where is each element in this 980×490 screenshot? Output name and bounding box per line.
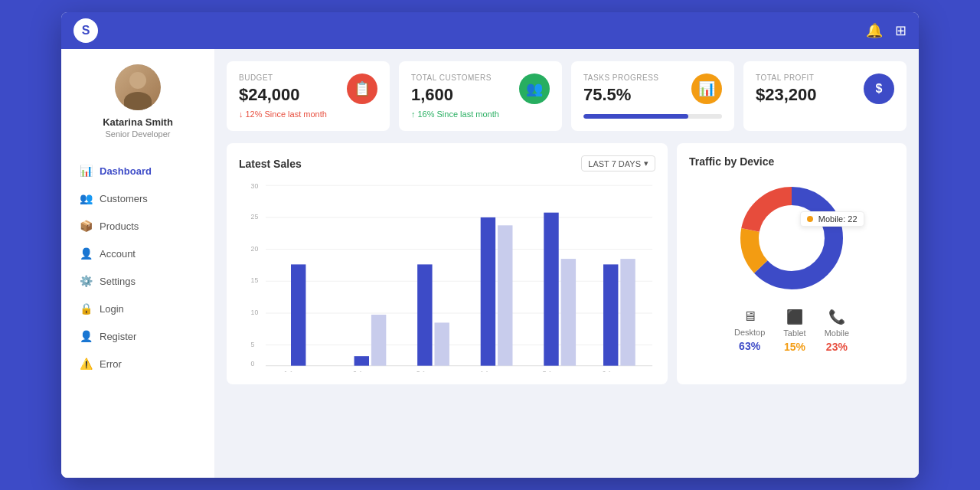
stat-label-tasks: TASKS PROGRESS xyxy=(583,74,659,82)
legend-desktop: 🖥 Desktop 63% xyxy=(734,309,765,353)
stat-icon-tasks: 📊 xyxy=(691,74,722,104)
svg-text:0: 0 xyxy=(251,359,255,367)
customers-icon: 👥 xyxy=(80,192,92,204)
traffic-device-title: Traffic by Device xyxy=(689,155,774,168)
mobile-pct: 23% xyxy=(826,341,848,353)
svg-text:1 Aug: 1 Aug xyxy=(284,370,301,372)
sidebar-item-settings[interactable]: ⚙️ Settings xyxy=(61,267,214,295)
stat-card-tasks: TASKS PROGRESS 75.5% 📊 xyxy=(571,61,734,131)
device-legend: 🖥 Desktop 63% ⬛ Tablet 15% 📞 Mobile xyxy=(689,309,894,353)
tooltip-dot xyxy=(807,216,813,222)
arrow-down-icon: ↓ xyxy=(239,109,243,119)
bar-6aug-light xyxy=(620,259,635,366)
user-profile: Katarina Smith Senior Developer xyxy=(90,64,185,139)
svg-text:25: 25 xyxy=(251,213,259,220)
arrow-up-icon: ↑ xyxy=(411,109,416,119)
latest-sales-header: Latest Sales LAST 7 DAYS ▾ xyxy=(239,155,655,172)
error-icon: ⚠️ xyxy=(80,358,92,370)
svg-text:3 Aug: 3 Aug xyxy=(416,370,433,372)
stat-value-budget: $24,000 xyxy=(239,85,300,105)
tablet-label: Tablet xyxy=(783,328,805,338)
sidebar-item-customers[interactable]: 👥 Customers xyxy=(61,185,214,212)
svg-text:15: 15 xyxy=(251,276,259,284)
stat-value-tasks: 75.5% xyxy=(583,85,659,105)
sidebar-item-error[interactable]: ⚠️ Error xyxy=(61,350,214,377)
notification-icon[interactable]: 🔔 xyxy=(866,22,883,39)
change-value: 12% xyxy=(246,109,263,119)
sidebar-item-label: Customers xyxy=(100,193,148,204)
stat-label-profit: TOTAL PROFIT xyxy=(756,74,817,82)
bar-2aug-dark xyxy=(354,356,369,366)
main-content: BUDGET $24,000 📋 ↓ 12% Since last month xyxy=(214,49,919,478)
stat-card-profit: TOTAL PROFIT $23,200 $ xyxy=(743,61,906,131)
bar-4aug-light xyxy=(498,225,512,365)
sidebar-item-register[interactable]: 👤 Register xyxy=(61,322,214,350)
profile-role: Senior Developer xyxy=(106,129,171,139)
stat-cards-grid: BUDGET $24,000 📋 ↓ 12% Since last month xyxy=(227,61,906,131)
svg-text:20: 20 xyxy=(251,244,259,252)
tablet-pct: 15% xyxy=(784,341,805,353)
bar-1aug-dark xyxy=(291,264,305,365)
sidebar-item-label: Settings xyxy=(100,276,136,287)
mobile-icon: 📞 xyxy=(828,309,845,325)
sidebar: Katarina Smith Senior Developer 📊 Dashbo… xyxy=(61,49,214,478)
bar-2aug-light xyxy=(371,315,386,366)
dashboard-icon: 📊 xyxy=(80,165,92,177)
svg-text:4 Aug: 4 Aug xyxy=(479,370,496,372)
register-icon: 👤 xyxy=(80,330,92,342)
sidebar-item-login[interactable]: 🔒 Login xyxy=(61,295,214,322)
time-range-label: LAST 7 DAYS xyxy=(588,159,641,168)
bar-4aug-dark xyxy=(481,217,495,366)
desktop-label: Desktop xyxy=(734,328,765,337)
change-label: Since last month xyxy=(437,109,499,119)
time-range-dropdown[interactable]: LAST 7 DAYS ▾ xyxy=(581,155,655,172)
latest-sales-title: Latest Sales xyxy=(239,158,302,170)
stat-change-customers: ↑ 16% Since last month xyxy=(411,109,550,119)
tooltip-text: Mobile: 22 xyxy=(818,214,858,224)
stat-icon-profit: $ xyxy=(864,74,894,104)
bar-3aug-dark xyxy=(417,264,432,365)
desktop-icon: 🖥 xyxy=(743,309,756,325)
sidebar-item-label: Dashboard xyxy=(100,165,152,177)
donut-chart-container: Mobile: 22 xyxy=(689,177,894,299)
stat-value-customers: 1,600 xyxy=(411,85,492,105)
svg-text:5: 5 xyxy=(251,340,255,348)
topbar: S 🔔 ⊞ xyxy=(61,12,919,49)
traffic-device-header: Traffic by Device xyxy=(689,155,894,168)
expand-icon[interactable]: ⊞ xyxy=(895,22,906,39)
topbar-actions: 🔔 ⊞ xyxy=(866,22,906,39)
sidebar-item-dashboard[interactable]: 📊 Dashboard xyxy=(61,157,214,185)
bar-6aug-dark xyxy=(603,264,618,365)
products-icon: 📦 xyxy=(80,220,92,232)
svg-text:10: 10 xyxy=(251,309,259,316)
bottom-panels: Latest Sales LAST 7 DAYS ▾ 30 25 20 15 xyxy=(227,143,906,384)
chevron-down-icon: ▾ xyxy=(644,158,648,168)
stat-icon-customers: 👥 xyxy=(519,74,550,104)
stat-label-customers: TOTAL CUSTOMERS xyxy=(411,74,492,82)
stat-card-budget: BUDGET $24,000 📋 ↓ 12% Since last month xyxy=(227,61,390,131)
sales-chart-svg: 30 25 20 15 10 5 0 xyxy=(239,181,655,372)
change-label: Since last month xyxy=(265,109,327,119)
latest-sales-panel: Latest Sales LAST 7 DAYS ▾ 30 25 20 15 xyxy=(227,143,668,384)
legend-tablet: ⬛ Tablet 15% xyxy=(783,309,805,353)
sidebar-item-account[interactable]: 👤 Account xyxy=(61,240,214,267)
bar-5aug-light xyxy=(561,259,576,366)
change-value: 16% xyxy=(418,109,435,119)
traffic-device-panel: Traffic by Device xyxy=(677,143,906,384)
tasks-progress-bar-container xyxy=(583,114,722,119)
svg-text:2 Aug: 2 Aug xyxy=(353,370,370,372)
stat-label-budget: BUDGET xyxy=(239,74,300,82)
donut-tooltip: Mobile: 22 xyxy=(800,211,864,227)
stat-change-budget: ↓ 12% Since last month xyxy=(239,109,377,119)
tasks-progress-bar xyxy=(583,114,688,119)
bar-3aug-light xyxy=(434,322,449,365)
profile-name: Katarina Smith xyxy=(103,116,173,128)
svg-text:30: 30 xyxy=(251,182,259,190)
donut-chart-svg xyxy=(730,177,853,299)
login-icon: 🔒 xyxy=(80,302,92,315)
sidebar-item-products[interactable]: 📦 Products xyxy=(61,212,214,240)
app-logo[interactable]: S xyxy=(74,18,98,43)
sidebar-item-label: Error xyxy=(100,358,122,370)
mobile-label: Mobile xyxy=(825,328,849,338)
account-icon: 👤 xyxy=(80,247,92,260)
